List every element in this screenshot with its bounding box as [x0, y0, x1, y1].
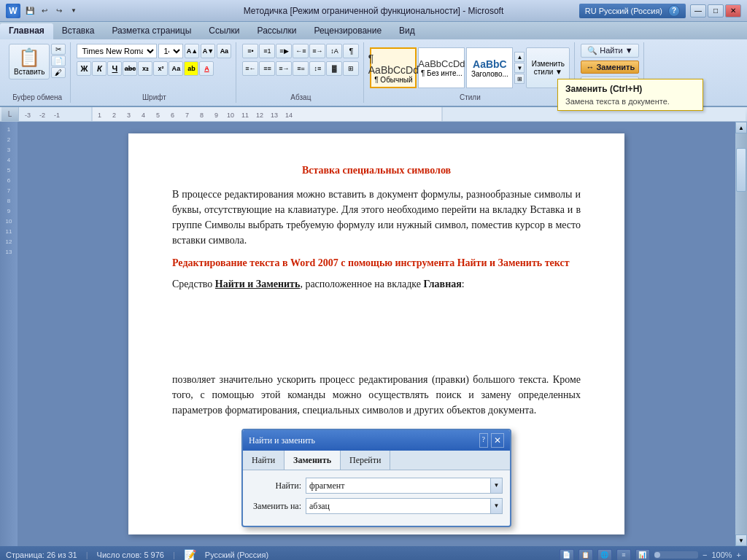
close-btn[interactable]: ✕: [725, 4, 741, 18]
tab-insert[interactable]: Вставка: [53, 23, 104, 39]
styles-scroll-up[interactable]: ▲: [514, 52, 525, 62]
restore-btn[interactable]: □: [708, 4, 724, 18]
subscript-btn[interactable]: x₂: [138, 61, 152, 76]
replace-dropdown[interactable]: ▼: [490, 499, 502, 513]
replace-input[interactable]: абзац: [306, 499, 490, 513]
help-btn[interactable]: ?: [668, 5, 680, 17]
quick-undo-btn[interactable]: ↩: [38, 4, 51, 18]
find-input-row: фрагмент ▼: [306, 478, 503, 494]
view-reading-btn[interactable]: 📋: [578, 549, 593, 560]
section-title-text: Редактирование текста в Word 2007 с помо…: [172, 257, 570, 268]
tab-view[interactable]: Вид: [390, 23, 424, 39]
minimize-btn[interactable]: —: [690, 4, 706, 18]
list-multilevel-btn[interactable]: ≡▶: [276, 44, 292, 58]
document-area: 1 2 3 4 5 6 7 8 9 10 11 12 13 Вставка сп…: [0, 122, 747, 546]
styles-more-btn[interactable]: ⊞: [514, 74, 525, 84]
dialog-tab-find[interactable]: Найти: [243, 451, 285, 470]
scroll-track[interactable]: [735, 133, 747, 534]
line-spacing-btn[interactable]: ↕≡: [309, 61, 325, 76]
tab-mailings[interactable]: Рассылки: [249, 23, 306, 39]
ruler-corner[interactable]: L: [1, 107, 19, 122]
svg-text:-2: -2: [39, 112, 45, 119]
view-draft-btn[interactable]: 📊: [635, 549, 650, 560]
list-unordered-btn[interactable]: ≡•: [242, 44, 258, 58]
font-color-btn[interactable]: A: [199, 61, 214, 76]
indent-inc-btn[interactable]: ≡→: [309, 44, 325, 58]
align-left-btn[interactable]: ≡←: [242, 61, 258, 76]
dialog-tab-replace[interactable]: Заменить: [285, 451, 341, 470]
view-normal-btn[interactable]: 📄: [560, 549, 574, 560]
style-nospacing-label: ¶ Без инте...: [421, 69, 462, 77]
quick-customize-btn[interactable]: ▼: [67, 4, 80, 18]
svg-text:10: 10: [227, 112, 234, 119]
highlight-btn[interactable]: ab: [184, 61, 198, 76]
title-bar: W 💾 ↩ ↪ ▼ Методичка [Режим ограниченной …: [0, 0, 747, 22]
view-web-btn[interactable]: 🌐: [597, 549, 612, 560]
doc-para-3: позволяет значительно ускорить процесс р…: [172, 372, 581, 418]
svg-text:2: 2: [112, 112, 116, 119]
justify-btn[interactable]: ≡=: [293, 61, 309, 76]
align-center-btn[interactable]: ≡≡: [259, 61, 275, 76]
replace-input-row: абзац ▼: [306, 498, 503, 514]
scroll-up-btn[interactable]: ▲: [735, 122, 747, 133]
scroll-down-btn[interactable]: ▼: [735, 534, 747, 546]
strikethrough-btn[interactable]: abc: [123, 61, 137, 76]
para2-bold2: Главная: [423, 279, 461, 289]
dialog-tab-goto[interactable]: Перейти: [341, 451, 390, 470]
find-input[interactable]: фрагмент: [306, 478, 490, 493]
font-name-select[interactable]: Times New Roman: [77, 44, 157, 58]
quick-redo-btn[interactable]: ↪: [53, 4, 66, 18]
find-replace-dialog[interactable]: Найти и заменить ? ✕ Найти Заменить Пере…: [241, 429, 511, 527]
quick-access-toolbar: 💾 ↩ ↪ ▼: [23, 4, 80, 18]
text-effects-btn[interactable]: Аа: [169, 61, 183, 76]
ribbon-tabs: Главная Вставка Разметка страницы Ссылки…: [0, 22, 747, 39]
copy-btn[interactable]: 📄: [51, 55, 66, 66]
font-size-select[interactable]: 14: [158, 44, 183, 58]
tab-review[interactable]: Рецензирование: [305, 23, 390, 39]
style-nospacing[interactable]: AaBbCcDd ¶ Без инте...: [418, 47, 465, 88]
styles-scroll-down[interactable]: ▼: [514, 63, 525, 73]
indent-dec-btn[interactable]: ←≡: [293, 44, 309, 58]
align-right-btn[interactable]: ≡→: [276, 61, 292, 76]
list-ordered-btn[interactable]: ≡1: [259, 44, 275, 58]
spell-check-icon: 📝: [184, 549, 196, 560]
clear-format-btn[interactable]: Aa: [217, 44, 231, 58]
cut-btn[interactable]: ✂: [51, 44, 66, 55]
bold-btn[interactable]: Ж: [77, 61, 91, 76]
replace-btn[interactable]: ↔ Заменить: [581, 61, 639, 74]
tab-page-layout[interactable]: Разметка страницы: [103, 23, 200, 39]
style-heading[interactable]: AaBbC Заголово...: [466, 47, 513, 88]
tab-references[interactable]: Ссылки: [200, 23, 248, 39]
doc-para-1: В процессе редактирования можно вставить…: [172, 187, 581, 248]
zoom-value: 100%: [711, 551, 732, 559]
scroll-thumb[interactable]: [736, 148, 746, 192]
lang-indicator[interactable]: RU Русский (Россия) ?: [579, 4, 686, 18]
show-marks-btn[interactable]: ¶: [343, 44, 359, 58]
format-painter-btn[interactable]: 🖌: [51, 67, 66, 78]
find-btn[interactable]: 🔍 Найти ▼: [581, 44, 639, 58]
doc-page[interactable]: Вставка специальных символов В процессе …: [128, 133, 624, 534]
dialog-help[interactable]: ?: [479, 433, 488, 448]
zoom-slider[interactable]: [654, 551, 698, 559]
sort-btn[interactable]: ↕A: [326, 44, 342, 58]
dialog-close[interactable]: ✕: [491, 433, 504, 448]
style-normal[interactable]: ¶ AaBbCcDd ¶ Обычный: [370, 47, 417, 88]
zoom-plus[interactable]: +: [737, 551, 741, 559]
scrollbar-vertical: ▲ ▼: [735, 122, 747, 546]
underline-btn[interactable]: Ч: [107, 61, 122, 76]
font-size-down-btn[interactable]: A▼: [201, 44, 215, 58]
shading-btn[interactable]: ▓: [326, 61, 342, 76]
superscript-btn[interactable]: x²: [153, 61, 168, 76]
paste-btn[interactable]: 📋 Вставить: [9, 44, 50, 79]
tab-home[interactable]: Главная: [0, 23, 53, 39]
clipboard-group: 📋 Вставить ✂ 📄 🖌 Буфер обмена: [4, 42, 71, 103]
quick-save-btn[interactable]: 💾: [23, 4, 36, 18]
lang-status: Русский (Россия): [205, 551, 268, 559]
zoom-minus[interactable]: −: [703, 551, 707, 559]
find-dropdown[interactable]: ▼: [490, 478, 502, 493]
italic-btn[interactable]: К: [92, 61, 107, 76]
borders-btn[interactable]: ⊞: [343, 61, 359, 76]
font-size-up-btn[interactable]: A▲: [185, 44, 199, 58]
zoom-slider-thumb[interactable]: [654, 552, 660, 558]
view-outline-btn[interactable]: ≡: [616, 549, 631, 560]
